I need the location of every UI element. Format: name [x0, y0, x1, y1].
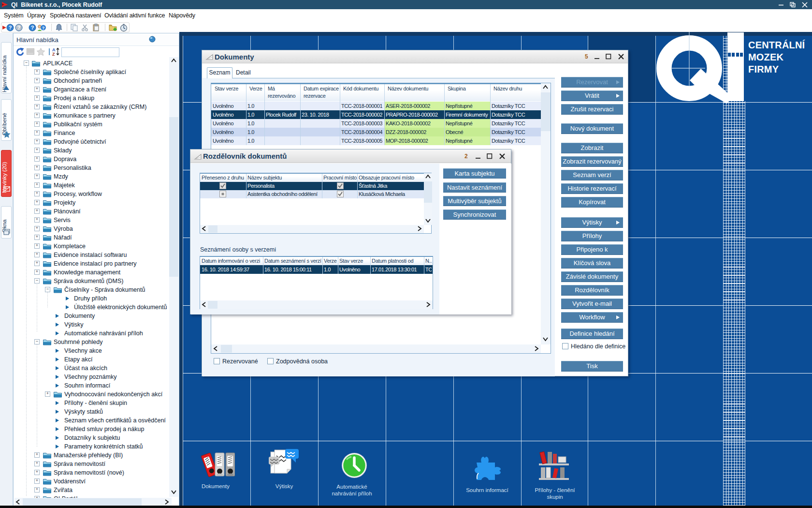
svg-text:?: ?: [42, 26, 45, 30]
svg-text:?: ?: [17, 25, 21, 30]
svg-text:Z: Z: [52, 52, 55, 56]
svg-text:?: ?: [31, 25, 34, 30]
svg-text:?: ?: [9, 25, 12, 30]
